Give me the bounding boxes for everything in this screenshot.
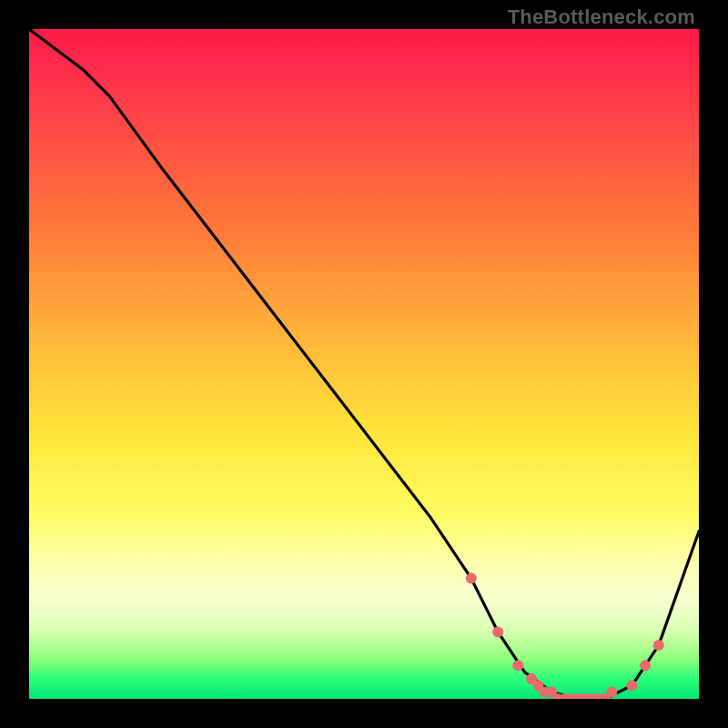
curve-marker	[512, 660, 523, 671]
curve-marker	[653, 640, 664, 651]
chart-svg	[29, 29, 699, 699]
chart-canvas	[29, 29, 699, 699]
attribution-text: TheBottleneck.com	[508, 5, 695, 29]
curve-marker	[626, 680, 637, 691]
curve-marker	[640, 660, 651, 671]
curve-marker	[606, 687, 617, 698]
curve-marker	[492, 626, 503, 637]
bottleneck-curve	[29, 29, 699, 699]
curve-marker	[466, 573, 477, 584]
